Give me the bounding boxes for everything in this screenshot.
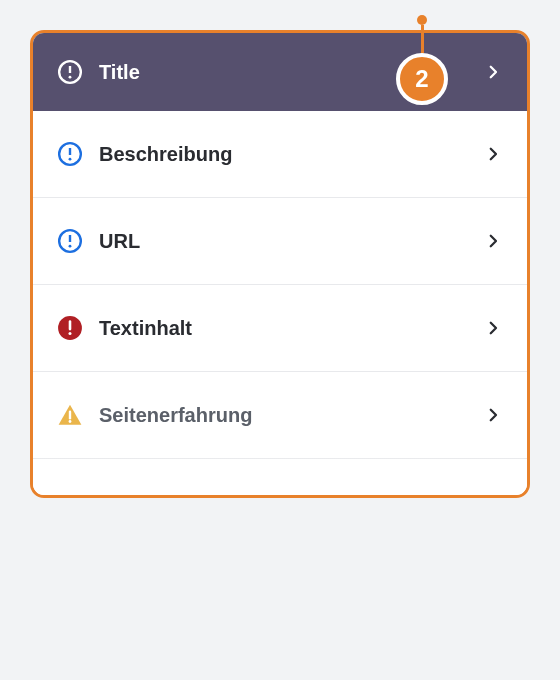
partial-row — [33, 459, 527, 495]
svg-point-2 — [69, 76, 72, 79]
row-label: URL — [99, 230, 467, 253]
annotation-badge: 2 — [396, 53, 448, 105]
row-beschreibung[interactable]: Beschreibung — [33, 111, 527, 198]
chevron-right-icon — [483, 144, 503, 164]
svg-point-5 — [69, 158, 72, 161]
card: Title Beschreibung — [30, 30, 530, 498]
annotation-dot — [417, 15, 427, 25]
row-seitenerfahrung[interactable]: Seitenerfahrung — [33, 372, 527, 459]
alert-circle-solid-icon — [57, 315, 83, 341]
chevron-right-icon — [483, 405, 503, 425]
issues-panel: 2 Title — [30, 30, 530, 498]
chevron-right-icon — [483, 231, 503, 251]
alert-triangle-icon — [57, 402, 83, 428]
annotation-marker: 2 — [396, 15, 448, 105]
row-url[interactable]: URL — [33, 198, 527, 285]
chevron-right-icon — [483, 318, 503, 338]
svg-point-11 — [68, 332, 71, 335]
header-row[interactable]: Title — [33, 33, 527, 111]
row-label: Textinhalt — [99, 317, 467, 340]
alert-circle-icon — [57, 59, 83, 85]
annotation-number: 2 — [415, 65, 428, 93]
alert-circle-icon — [57, 228, 83, 254]
svg-point-8 — [69, 245, 72, 248]
svg-point-13 — [69, 420, 72, 423]
row-label: Beschreibung — [99, 143, 467, 166]
alert-circle-icon — [57, 141, 83, 167]
chevron-right-icon — [483, 62, 503, 82]
row-label: Seitenerfahrung — [99, 404, 467, 427]
annotation-line — [421, 25, 424, 53]
rows-list: Beschreibung URL — [33, 111, 527, 495]
row-textinhalt[interactable]: Textinhalt — [33, 285, 527, 372]
